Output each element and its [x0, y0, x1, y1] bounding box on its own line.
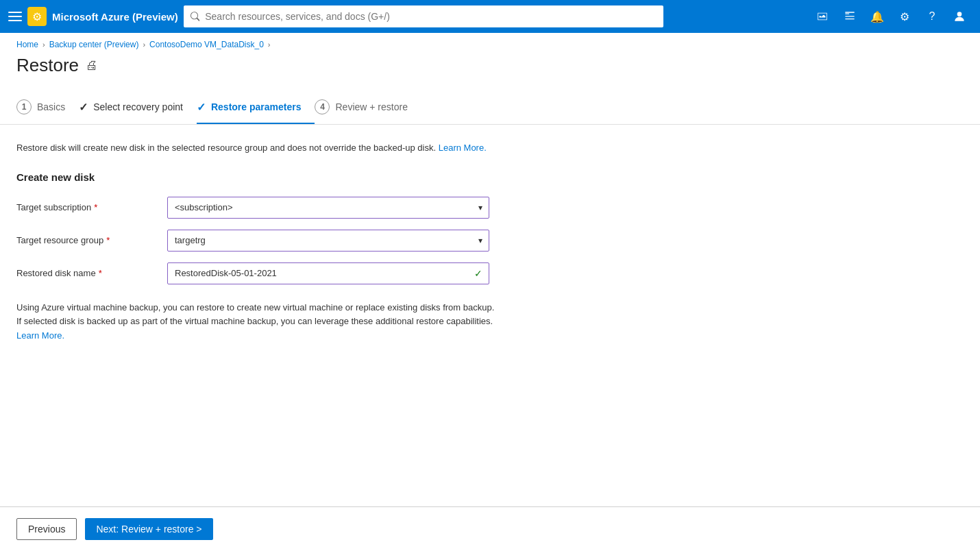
disk-name-control: ✓ [167, 262, 489, 284]
svg-rect-1 [845, 16, 855, 16]
step-review-number: 4 [315, 99, 330, 114]
previous-button[interactable]: Previous [16, 518, 77, 540]
disk-name-input[interactable] [167, 262, 489, 284]
topnav-icon-group: 🔔 ⚙ ? [810, 4, 972, 29]
step-restore-check-icon: ✓ [197, 101, 206, 114]
breadcrumb-disk[interactable]: ContosoDemo VM_DataDisk_0 [149, 40, 264, 49]
step-restore-label: Restore parameters [211, 101, 302, 112]
learn-more-link-1[interactable]: Learn More. [439, 143, 487, 153]
topnav: ⚙ Microsoft Azure (Preview) 🔔 ⚙ ? [0, 0, 980, 33]
breadcrumb: Home › Backup center (Preview) › Contoso… [0, 33, 980, 52]
hamburger-menu[interactable] [8, 12, 22, 21]
footer: Previous Next: Review + restore > [0, 506, 980, 551]
breadcrumb-backup-center[interactable]: Backup center (Preview) [49, 40, 139, 49]
help-icon[interactable]: ? [920, 4, 944, 29]
search-icon [191, 12, 200, 21]
resource-group-control: targetrg ▾ [167, 230, 489, 252]
directory-icon[interactable] [837, 4, 862, 29]
search-bar[interactable] [184, 5, 663, 27]
breadcrumb-sep-3: › [268, 40, 271, 49]
notification-icon[interactable]: 🔔 [865, 4, 890, 29]
resource-group-label: Target resource group * [16, 235, 154, 245]
step-basics-number: 1 [16, 99, 32, 114]
step-select-check-icon: ✓ [79, 101, 88, 114]
settings-icon[interactable]: ⚙ [892, 4, 917, 29]
step-basics-label: Basics [37, 101, 65, 112]
main-content: Restore disk will create new disk in the… [0, 125, 980, 506]
page-title-row: Restore 🖨 [0, 52, 980, 90]
disk-name-required: * [99, 268, 102, 278]
form-row-subscription: Target subscription * <subscription> ▾ [16, 197, 964, 219]
step-review-label: Review + restore [335, 101, 407, 112]
info-text: Restore disk will create new disk in the… [16, 141, 964, 155]
breadcrumb-sep-1: › [42, 40, 45, 49]
disk-name-valid-icon: ✓ [474, 268, 482, 279]
subscription-label: Target subscription * [16, 202, 154, 212]
subscription-select[interactable]: <subscription> [167, 197, 489, 219]
breadcrumb-home[interactable]: Home [16, 40, 38, 49]
resource-group-required: * [106, 235, 110, 245]
search-input[interactable] [205, 11, 656, 22]
disk-name-input-container: ✓ [167, 262, 489, 284]
app-title: Microsoft Azure (Preview) [52, 11, 178, 23]
svg-rect-0 [845, 14, 849, 14]
learn-more-link-2[interactable]: Learn More. [16, 330, 64, 341]
step-basics[interactable]: 1 Basics [16, 90, 79, 124]
subscription-select-container: <subscription> ▾ [167, 197, 489, 219]
step-select-label: Select recovery point [93, 101, 183, 112]
disk-name-label: Restored disk name * [16, 268, 154, 278]
step-restore-parameters[interactable]: ✓ Restore parameters [197, 91, 315, 123]
form-row-resource-group: Target resource group * targetrg ▾ [16, 230, 964, 252]
step-review-restore[interactable]: 4 Review + restore [315, 90, 421, 124]
form-row-disk-name: Restored disk name * ✓ [16, 262, 964, 284]
wizard-steps: 1 Basics ✓ Select recovery point ✓ Resto… [0, 90, 980, 125]
user-avatar[interactable] [947, 4, 972, 29]
next-button[interactable]: Next: Review + restore > [85, 518, 212, 540]
section-title: Create new disk [16, 171, 964, 183]
svg-rect-3 [845, 12, 855, 13]
svg-point-4 [957, 12, 962, 16]
additional-info: Using Azure virtual machine backup, you … [16, 301, 496, 343]
resource-group-select[interactable]: targetrg [167, 230, 489, 252]
page-title: Restore [16, 55, 79, 76]
subscription-control: <subscription> ▾ [167, 197, 489, 219]
print-icon[interactable]: 🖨 [86, 58, 98, 73]
step-select-recovery-point[interactable]: ✓ Select recovery point [79, 91, 197, 123]
page-wrapper: Home › Backup center (Preview) › Contoso… [0, 33, 980, 551]
resource-group-select-container: targetrg ▾ [167, 230, 489, 252]
cloud-shell-icon[interactable] [810, 4, 835, 29]
breadcrumb-sep-2: › [143, 40, 145, 49]
subscription-required: * [94, 202, 97, 212]
azure-badge: ⚙ [27, 7, 47, 26]
svg-rect-2 [845, 19, 855, 19]
